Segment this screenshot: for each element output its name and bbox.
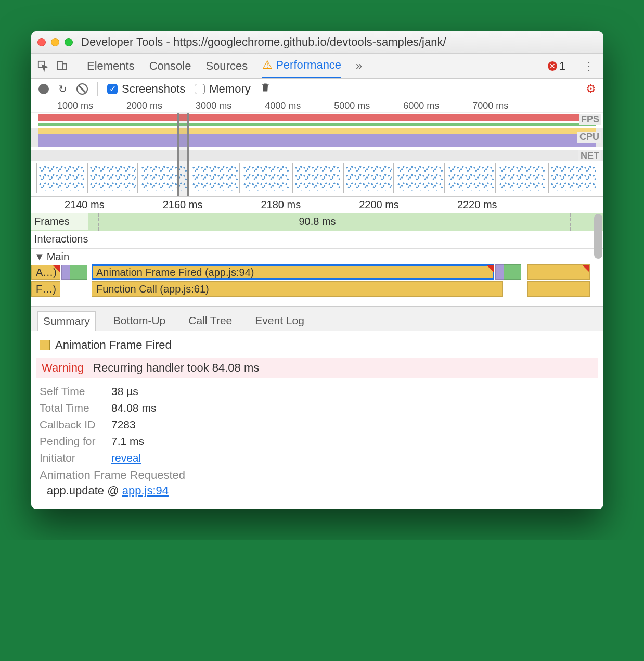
- long-task-warning-icon: [53, 265, 60, 272]
- titlebar: Developer Tools - https://googlechrome.g…: [31, 31, 603, 54]
- tab-bottom-up[interactable]: Bottom-Up: [108, 311, 171, 330]
- screenshots-checkbox[interactable]: ✓ Screenshots: [107, 82, 185, 96]
- screenshot-thumb[interactable]: [446, 163, 496, 193]
- screenshot-thumb[interactable]: [395, 163, 445, 193]
- overview-selection-window[interactable]: [177, 113, 189, 196]
- overview-body[interactable]: FPS CPU NET: [31, 113, 603, 196]
- performance-toolbar: ↻ ✓ Screenshots Memory ⚙: [31, 79, 603, 99]
- frame-boundary: [570, 213, 571, 231]
- warning-icon: ⚠: [262, 58, 273, 72]
- error-icon: ✕: [548, 61, 557, 71]
- tab-summary[interactable]: Summary: [37, 311, 96, 331]
- timeline-overview[interactable]: 1000 ms 2000 ms 3000 ms 4000 ms 5000 ms …: [31, 99, 603, 196]
- clear-button[interactable]: [76, 83, 88, 95]
- warning-text: Recurring handler took 84.08 ms: [93, 361, 259, 375]
- main-track[interactable]: ▼ Main A…) Animation Frame Fired (app.js…: [31, 248, 603, 306]
- net-chart: [31, 150, 603, 161]
- fps-label: FPS: [579, 114, 601, 125]
- tab-performance[interactable]: ⚠ Performance: [262, 54, 341, 78]
- inspect-element-icon[interactable]: [37, 60, 49, 72]
- cpu-chart: [38, 128, 596, 147]
- flame-event[interactable]: [527, 264, 590, 280]
- net-label: NET: [578, 150, 601, 161]
- flame-ruler: 2140 ms 2160 ms 2180 ms 2200 ms 2220 ms: [31, 196, 603, 213]
- device-toggle-icon[interactable]: [56, 60, 68, 72]
- window-title: Developer Tools - https://googlechrome.g…: [81, 35, 446, 49]
- details-tabbar: Summary Bottom-Up Call Tree Event Log: [31, 306, 603, 330]
- tab-console[interactable]: Console: [149, 54, 191, 78]
- maximize-window-button[interactable]: [65, 38, 73, 46]
- svg-rect-2: [63, 63, 66, 69]
- interactions-track-header: Interactions: [31, 231, 88, 247]
- memory-checkbox[interactable]: Memory: [195, 82, 250, 96]
- tab-sources[interactable]: Sources: [205, 54, 248, 78]
- event-color-swatch: [40, 340, 50, 350]
- flame-event-animation-frame-fired[interactable]: Animation Frame Fired (app.js:94): [92, 264, 494, 280]
- reload-record-button[interactable]: ↻: [58, 83, 67, 95]
- screenshot-thumb[interactable]: [497, 163, 547, 193]
- initiator-stack-title: Animation Frame Requested: [40, 466, 595, 482]
- pending-for-row: Pending for7.1 ms: [40, 433, 595, 450]
- main-track-header[interactable]: ▼ Main: [31, 249, 88, 265]
- frames-track-header: Frames: [31, 213, 88, 230]
- frame-boundary: [98, 213, 99, 231]
- tab-call-tree[interactable]: Call Tree: [183, 311, 237, 330]
- flame-event[interactable]: [504, 264, 521, 280]
- fps-baseline: [38, 123, 596, 126]
- interactions-track[interactable]: Interactions: [31, 231, 603, 248]
- screenshot-thumb[interactable]: [343, 163, 393, 193]
- source-link[interactable]: app.js:94: [122, 484, 169, 497]
- flame-event-truncated[interactable]: F…): [31, 281, 60, 297]
- tabs-overflow-button[interactable]: »: [356, 54, 362, 78]
- tab-event-log[interactable]: Event Log: [250, 311, 310, 330]
- more-menu-button[interactable]: ⋮: [581, 60, 597, 72]
- self-time-row: Self Time38 µs: [40, 383, 595, 400]
- capture-settings-button[interactable]: ⚙: [586, 82, 596, 96]
- devtools-window: Developer Tools - https://googlechrome.g…: [31, 31, 603, 509]
- flame-event-function-call[interactable]: Function Call (app.js:61): [92, 281, 503, 297]
- record-button[interactable]: [38, 84, 49, 94]
- close-window-button[interactable]: [37, 38, 46, 46]
- flame-chart[interactable]: 2140 ms 2160 ms 2180 ms 2200 ms 2220 ms …: [31, 196, 603, 306]
- frames-track[interactable]: Frames 90.8 ms: [31, 213, 603, 231]
- screenshots-filmstrip: [36, 163, 598, 193]
- error-count-badge[interactable]: ✕ 1: [548, 59, 565, 73]
- separator: [97, 82, 98, 96]
- flame-event-truncated[interactable]: A…): [31, 264, 60, 280]
- tab-elements[interactable]: Elements: [87, 54, 135, 78]
- warning-row: Warning Recurring handler took 84.08 ms: [36, 358, 598, 378]
- callback-id-row: Callback ID7283: [40, 416, 595, 433]
- collapse-icon: ▼: [34, 251, 45, 263]
- screenshot-thumb[interactable]: [190, 163, 240, 193]
- cpu-label: CPU: [577, 132, 601, 143]
- stack-frame: app.update @ app.js:94: [40, 482, 595, 498]
- overview-ruler: 1000 ms 2000 ms 3000 ms 4000 ms 5000 ms …: [31, 99, 603, 113]
- traffic-lights: [37, 38, 73, 46]
- screenshot-thumb[interactable]: [292, 163, 342, 193]
- checkbox-checked-icon: ✓: [107, 84, 118, 94]
- separator: [280, 82, 280, 96]
- screenshot-thumb[interactable]: [548, 163, 598, 193]
- event-title: Animation Frame Fired: [40, 338, 595, 352]
- initiator-row: Initiator reveal: [40, 450, 595, 466]
- flame-event[interactable]: [527, 281, 590, 297]
- fps-chart: [38, 114, 596, 121]
- frame-duration: 90.8 ms: [299, 215, 336, 227]
- flame-event[interactable]: [70, 264, 87, 280]
- long-task-warning-icon: [582, 265, 589, 272]
- minimize-window-button[interactable]: [51, 38, 59, 46]
- summary-panel: Animation Frame Fired Warning Recurring …: [31, 330, 603, 509]
- main-tabbar: Elements Console Sources ⚠ Performance »…: [31, 54, 603, 79]
- vertical-scrollbar[interactable]: [594, 214, 602, 259]
- checkbox-unchecked-icon: [195, 84, 205, 94]
- total-time-row: Total Time84.08 ms: [40, 400, 595, 416]
- screenshot-thumb[interactable]: [87, 163, 137, 193]
- screenshot-thumb[interactable]: [36, 163, 86, 193]
- garbage-collect-button[interactable]: [260, 82, 271, 96]
- long-task-warning-icon: [486, 265, 494, 272]
- warning-label: Warning: [38, 361, 84, 375]
- initiator-reveal-link[interactable]: reveal: [111, 452, 141, 464]
- svg-rect-1: [58, 61, 62, 69]
- screenshot-thumb[interactable]: [241, 163, 291, 193]
